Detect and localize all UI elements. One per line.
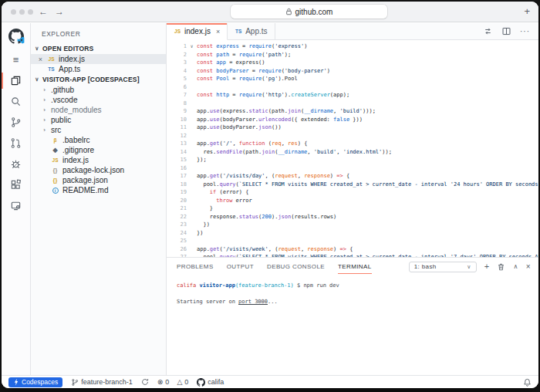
- close-window-button[interactable]: [11, 9, 16, 15]
- js-file-icon: JS: [174, 29, 181, 34]
- editor-tab[interactable]: JSindex.js×: [167, 23, 228, 40]
- code-editor[interactable]: 1∨const express = require('express')2con…: [167, 40, 538, 257]
- babel-file-icon: β: [51, 137, 59, 143]
- git-file-icon: ◆: [51, 147, 59, 154]
- branch-indicator[interactable]: feature-branch-1: [71, 378, 133, 387]
- kill-terminal-icon[interactable]: [497, 262, 505, 272]
- panel-tab-problems[interactable]: PROBLEMS: [177, 258, 214, 275]
- remote-explorer-icon[interactable]: [2, 195, 30, 216]
- forward-button[interactable]: →: [55, 6, 64, 17]
- tree-item[interactable]: ›.github: [31, 85, 166, 95]
- fold-gutter: [187, 123, 197, 132]
- explorer-icon[interactable]: [2, 70, 30, 91]
- code-line: 23 }): [167, 221, 538, 229]
- more-actions-icon[interactable]: ···: [520, 27, 530, 35]
- line-number: 17: [167, 172, 187, 181]
- panel-tab-output[interactable]: OUTPUT: [227, 258, 254, 275]
- code-text: const bodyParser = require('body-parser'…: [197, 67, 538, 76]
- fold-gutter: [187, 100, 197, 108]
- code-text: }: [197, 204, 538, 213]
- chevron-down-icon: ∨: [34, 46, 40, 52]
- source-control-icon[interactable]: [2, 112, 30, 133]
- tree-item[interactable]: ›public: [31, 115, 166, 125]
- js-file-icon: JS: [47, 56, 56, 62]
- minimize-window-button[interactable]: [19, 9, 25, 15]
- line-number: 6: [167, 83, 187, 92]
- back-button[interactable]: ←: [39, 6, 48, 17]
- fold-gutter: [187, 188, 197, 197]
- terminal-panel: PROBLEMSOUTPUTDEBUG CONSOLETERMINAL 1: b…: [167, 257, 538, 375]
- code-text: app.use(bodyParser.json()): [197, 123, 538, 132]
- code-text: response.status(200).json(results.rows): [197, 213, 538, 221]
- code-text: throw error: [197, 197, 538, 205]
- tree-item[interactable]: ›node_modules: [31, 105, 166, 115]
- run-debug-icon[interactable]: [2, 154, 30, 174]
- line-number: 7: [167, 91, 187, 100]
- tree-item[interactable]: {}package-lock.json: [31, 165, 166, 175]
- problems-indicator[interactable]: ⊗ 0 △ 0: [157, 378, 189, 386]
- fold-gutter: [187, 164, 197, 173]
- line-number: 3: [167, 59, 187, 67]
- open-editor-item[interactable]: ×TSApp.ts: [31, 64, 166, 74]
- terminal-output[interactable]: califa visitor-app(feature-branch-1) $ n…: [167, 275, 538, 306]
- editor-tabs: JSindex.js×TSApp.ts: [167, 23, 275, 39]
- tree-item[interactable]: JSindex.js: [31, 155, 166, 165]
- code-text: [197, 100, 538, 108]
- code-text: app.get('/visits/day', (request, respons…: [197, 172, 538, 181]
- terminal-line: califa visitor-app(feature-branch-1) $ n…: [177, 282, 538, 290]
- code-line: 12: [167, 132, 538, 140]
- tree-item[interactable]: {}package.json: [31, 175, 166, 185]
- editor-tab-bar: JSindex.js×TSApp.ts ···: [167, 23, 538, 40]
- tree-item[interactable]: β.babelrc: [31, 135, 166, 145]
- project-section-header[interactable]: ∨ VISITOR-APP [CODESPACES]: [31, 74, 166, 85]
- file-label: index.js: [62, 156, 89, 164]
- tree-item[interactable]: ◆.gitignore: [31, 145, 166, 155]
- extensions-icon[interactable]: [2, 174, 30, 195]
- sidebar-title: EXPLORER: [31, 23, 166, 43]
- line-number: 2: [167, 51, 187, 59]
- code-line: 9app.use(express.static(path.join(__dirn…: [167, 107, 538, 116]
- window-controls[interactable]: [11, 9, 33, 15]
- maximize-panel-icon[interactable]: ∧: [513, 262, 518, 271]
- github-user-indicator[interactable]: califa: [197, 378, 224, 387]
- notifications-bell-icon[interactable]: [523, 378, 532, 387]
- close-panel-icon[interactable]: ×: [526, 262, 531, 271]
- code-line: 3const app = express(): [167, 59, 538, 67]
- sync-indicator[interactable]: [141, 378, 149, 386]
- menu-button[interactable]: ≡: [2, 49, 30, 70]
- fold-gutter: [187, 51, 197, 59]
- close-icon[interactable]: ×: [37, 56, 44, 63]
- zoom-window-button[interactable]: [28, 9, 33, 15]
- panel-tab-terminal[interactable]: TERMINAL: [338, 258, 372, 275]
- fold-icon[interactable]: ∨: [187, 42, 197, 51]
- tree-item[interactable]: iREADME.md: [31, 185, 166, 195]
- new-terminal-icon[interactable]: +: [484, 262, 490, 271]
- codespaces-remote-indicator[interactable]: Codespaces: [8, 377, 62, 387]
- code-line: 22 response.status(200).json(results.row…: [167, 213, 538, 221]
- error-icon: ⊗: [157, 378, 164, 386]
- open-editor-item[interactable]: ×JSindex.js: [31, 54, 166, 64]
- open-editors-header[interactable]: ∨ OPEN EDITORS: [31, 43, 166, 54]
- tree-item[interactable]: ›.vscode: [31, 95, 166, 105]
- new-tab-button[interactable]: +: [524, 6, 530, 16]
- panel-tab-debug-console[interactable]: DEBUG CONSOLE: [267, 258, 325, 275]
- code-line: 14 res.sendFile(path.join(__dirname, 'bu…: [167, 148, 538, 157]
- close-icon[interactable]: ×: [216, 28, 220, 35]
- line-number: 22: [167, 213, 187, 221]
- pull-request-icon[interactable]: [2, 133, 30, 154]
- ts-file-icon: TS: [47, 66, 56, 72]
- shell-selector[interactable]: 1: bash ∨: [409, 262, 477, 272]
- line-number: 18: [167, 181, 187, 189]
- search-icon[interactable]: [2, 91, 30, 112]
- line-number: 16: [167, 164, 187, 173]
- tree-item[interactable]: ›src: [31, 125, 166, 135]
- fold-gutter: [187, 59, 197, 67]
- editor-tab[interactable]: TSApp.ts: [228, 23, 275, 39]
- tab-label: index.js: [184, 27, 211, 35]
- code-text: }): [197, 221, 538, 229]
- panel-tab-bar: PROBLEMSOUTPUTDEBUG CONSOLETERMINAL 1: b…: [167, 258, 538, 275]
- address-bar[interactable]: github.com: [231, 5, 387, 19]
- code-line: 15});: [167, 156, 538, 164]
- split-editor-icon[interactable]: [501, 26, 511, 36]
- switch-changes-icon[interactable]: [483, 26, 493, 36]
